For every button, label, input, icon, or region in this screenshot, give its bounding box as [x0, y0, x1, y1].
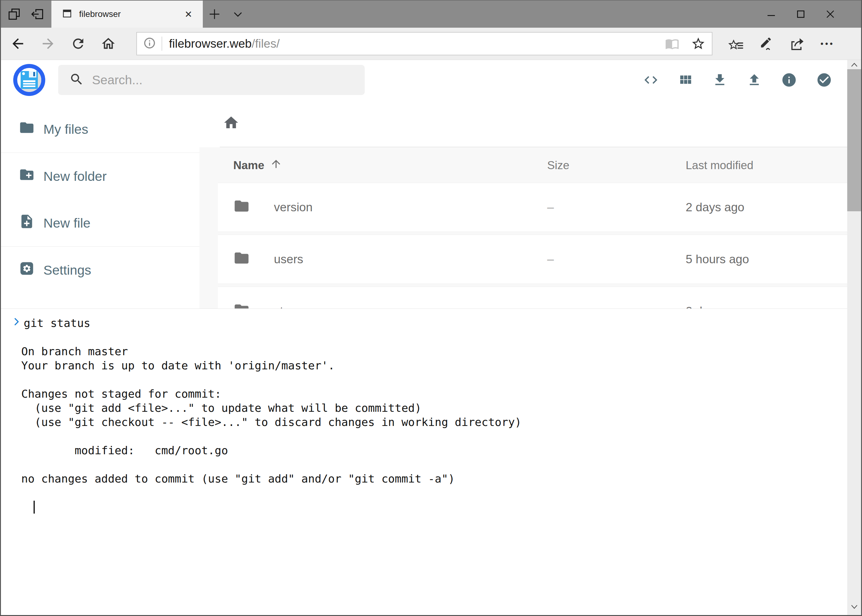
set-tabs-aside-icon[interactable] [30, 7, 45, 21]
close-window-button[interactable] [816, 1, 845, 28]
tab-preview-icon[interactable] [7, 7, 21, 21]
sidebar-item-new-file[interactable]: New file [1, 200, 199, 246]
home-icon[interactable] [223, 115, 240, 132]
titlebar: filebrowser ✕ [1, 0, 861, 28]
favorite-star-icon[interactable] [691, 36, 706, 51]
tab-favicon-icon [62, 8, 72, 20]
sort-arrow-up-icon[interactable] [270, 158, 282, 173]
column-header-name[interactable]: Name [233, 158, 547, 173]
search-input[interactable] [92, 73, 365, 87]
file-modified: 5 hours ago [686, 253, 853, 266]
browser-window: filebrowser ✕ [0, 0, 862, 616]
home-button[interactable] [93, 28, 123, 60]
more-options-icon[interactable]: ••• [812, 39, 843, 49]
tab-list-chevron-icon[interactable] [226, 1, 250, 28]
forward-button[interactable] [33, 28, 63, 60]
info-icon[interactable] [781, 72, 797, 88]
scrollbar-thumb[interactable] [847, 69, 861, 211]
reading-view-icon[interactable] [665, 36, 679, 51]
floppy-disk-icon [20, 71, 38, 89]
check-circle-icon[interactable] [816, 72, 832, 88]
file-modified: 2 days ago [686, 201, 853, 214]
url-path: /files/ [252, 37, 280, 50]
sidebar-item-my-files[interactable]: My files [1, 106, 199, 152]
more-options-glyph: ••• [821, 39, 834, 49]
back-button[interactable] [3, 28, 33, 60]
settings-icon [19, 261, 35, 280]
folder-icon [233, 250, 250, 269]
terminal-panel[interactable]: git status On branch master Your branch … [1, 308, 847, 615]
sidebar-item-settings[interactable]: Settings [1, 247, 199, 293]
sidebar-item-label: My files [43, 122, 88, 137]
url-field[interactable]: filebrowser.web/files/ [136, 32, 712, 55]
address-bar-row: filebrowser.web/files/ [1, 28, 861, 60]
refresh-button[interactable] [63, 28, 93, 60]
terminal-cursor [33, 501, 35, 514]
web-note-pen-icon[interactable] [750, 36, 782, 51]
folder-icon [233, 198, 250, 217]
sidebar-item-label: New folder [43, 169, 107, 184]
new-tab-button[interactable] [203, 1, 226, 28]
download-icon[interactable] [712, 72, 728, 88]
terminal-prompt-line: git status [13, 316, 847, 330]
upload-icon[interactable] [747, 72, 762, 88]
tab-title: filebrowser [79, 9, 175, 19]
app-header [1, 60, 861, 100]
file-name: version [274, 201, 313, 214]
column-name-label: Name [233, 159, 264, 172]
file-size: – [547, 201, 686, 214]
url-host: filebrowser.web [169, 37, 252, 50]
folder-icon [19, 119, 35, 139]
favorites-hub-icon[interactable] [720, 36, 750, 52]
url-separator [162, 36, 162, 51]
browser-tab[interactable]: filebrowser ✕ [51, 1, 203, 28]
sidebar-item-new-folder[interactable]: New folder [1, 153, 199, 200]
column-header-modified[interactable]: Last modified [686, 159, 861, 172]
prompt-chevron-icon [13, 316, 20, 330]
breadcrumb [199, 100, 861, 147]
listing-header: Name Size Last modified [199, 147, 861, 183]
search-icon [69, 72, 84, 88]
column-header-size[interactable]: Size [547, 159, 686, 172]
maximize-button[interactable] [786, 1, 816, 28]
scroll-up-icon[interactable] [849, 60, 860, 69]
code-icon[interactable] [643, 72, 659, 88]
table-row-users[interactable]: users – 5 hours ago [218, 235, 853, 284]
page-scrollbar[interactable] [847, 60, 861, 615]
share-icon[interactable] [782, 36, 812, 51]
file-size: – [547, 253, 686, 266]
scroll-down-icon[interactable] [849, 599, 860, 615]
url-text: filebrowser.web/files/ [169, 37, 280, 50]
minimize-button[interactable] [756, 1, 786, 28]
search-bar[interactable] [58, 65, 365, 95]
new-file-icon [19, 214, 35, 233]
file-name: users [274, 253, 303, 266]
filebrowser-app: My files New folder New file [1, 60, 861, 615]
site-info-icon[interactable] [143, 36, 156, 51]
filebrowser-logo-icon[interactable] [13, 64, 45, 96]
sidebar-item-label: New file [43, 215, 90, 231]
tab-close-icon[interactable]: ✕ [182, 8, 195, 21]
sidebar-item-label: Settings [43, 262, 91, 278]
terminal-output: On branch master Your branch is up to da… [21, 330, 847, 486]
terminal-command: git status [24, 316, 90, 330]
table-row-version[interactable]: version – 2 days ago [218, 183, 853, 232]
new-folder-icon [19, 167, 35, 186]
grid-view-icon[interactable] [678, 72, 693, 88]
